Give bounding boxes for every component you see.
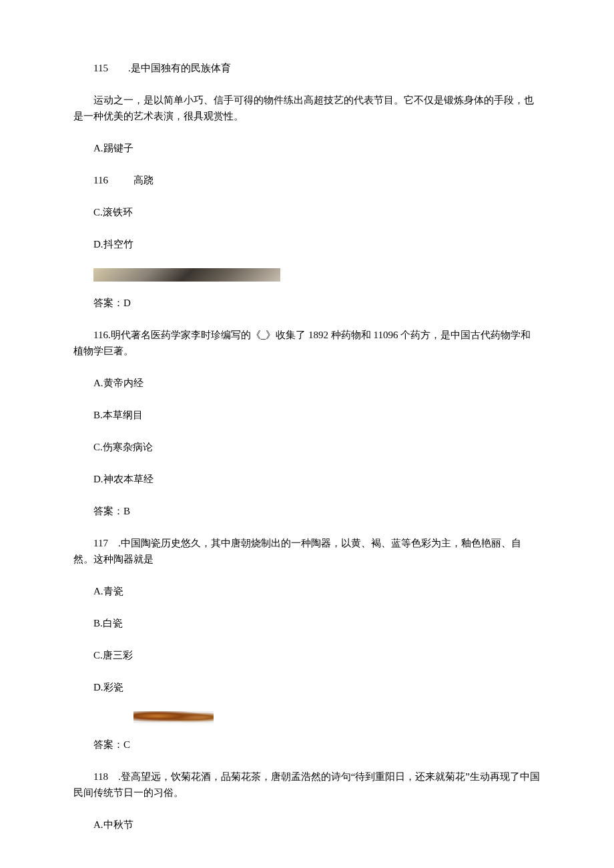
q117-option-d: D.彩瓷 — [73, 679, 541, 695]
q115-stem-head: .是中国独有的民族体育 — [128, 63, 231, 73]
q116-answer: 答案：B — [73, 503, 541, 519]
q115-optb-text: 高跷 — [133, 175, 154, 185]
q117-answer: 答案：C — [73, 737, 541, 753]
q118-option-a: A.中秋节 — [73, 817, 541, 833]
q115-head: 115 .是中国独有的民族体育 — [73, 60, 541, 76]
q118-stem: 118 .登高望远，饮菊花酒，品菊花茶，唐朝孟浩然的诗句“待到重阳日，还来就菊花… — [73, 769, 541, 801]
q117-image — [133, 711, 214, 723]
q117-stem: 117 .中国陶瓷历史悠久，其中唐朝烧制出的一种陶器，以黄、褐、蓝等色彩为主，釉… — [73, 535, 541, 567]
q116-option-d: D.神农本草经 — [73, 471, 541, 487]
q115-image — [93, 268, 280, 282]
q115-option-b: 116高跷 — [73, 172, 541, 188]
q117-option-a: A.青瓷 — [73, 583, 541, 599]
q116-stem: 116.明代著名医药学家李时珍编写的《_》收集了 1892 种药物和 11096… — [73, 327, 541, 359]
q115-number: 115 — [93, 63, 108, 73]
q115-option-c: C.滚铁环 — [73, 204, 541, 220]
q115-option-d: D.抖空竹 — [73, 236, 541, 252]
q115-optb-num: 116 — [93, 172, 133, 188]
q116-option-a: A.黄帝内经 — [73, 375, 541, 391]
q117-option-b: B.白瓷 — [73, 615, 541, 631]
q115-body: 运动之一，是以简单小巧、信手可得的物件练出高超技艺的代表节目。它不仅是锻炼身体的… — [73, 92, 541, 124]
q115-option-a: A.踢键子 — [73, 140, 541, 156]
q116-option-b: B.本草纲目 — [73, 407, 541, 423]
q117-option-c: C.唐三彩 — [73, 647, 541, 663]
q115-answer: 答案：D — [73, 295, 541, 311]
q116-option-c: C.伤寒杂病论 — [73, 439, 541, 455]
